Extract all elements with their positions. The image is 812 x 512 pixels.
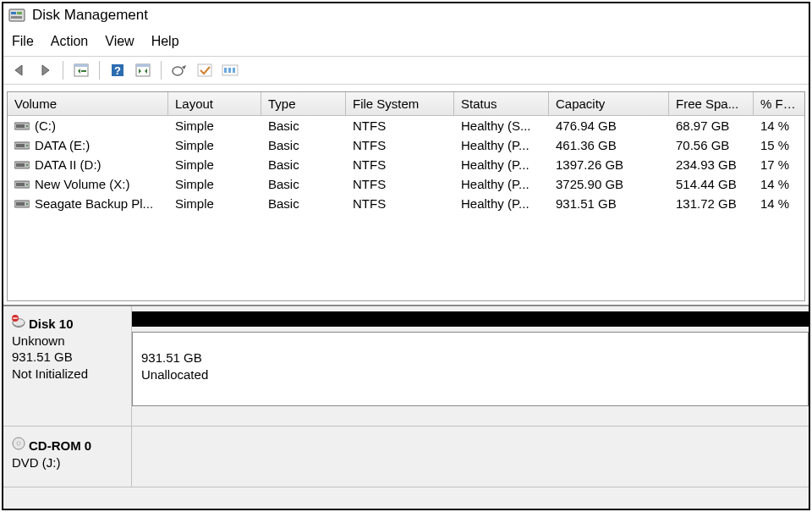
disk-not-initialized: Not Initialized <box>12 366 124 383</box>
disk-status-unknown: Unknown <box>12 333 124 350</box>
forward-button[interactable] <box>34 60 56 80</box>
cdrom-title-text: CD-ROM 0 <box>29 438 91 454</box>
settings-button[interactable] <box>219 60 241 80</box>
unallocated-region[interactable]: 931.51 GB Unallocated <box>132 332 809 406</box>
volume-capacity: 476.94 GB <box>549 116 669 135</box>
cdrom-icon <box>12 437 25 454</box>
volume-icon <box>14 121 30 131</box>
volume-capacity: 931.51 GB <box>549 194 669 213</box>
disk-info-disk10: Disk 10 Unknown 931.51 GB Not Initialize… <box>3 306 132 426</box>
svg-rect-6 <box>81 70 86 72</box>
volume-status: Healthy (P... <box>454 194 549 213</box>
help-button[interactable]: ? <box>107 60 129 80</box>
volume-list-body: (C:)SimpleBasicNTFSHealthy (S...476.94 G… <box>8 116 804 213</box>
volume-name: DATA II (D:) <box>35 157 102 172</box>
svg-point-28 <box>26 184 28 185</box>
svg-rect-15 <box>228 68 231 73</box>
svg-point-37 <box>17 442 20 445</box>
volume-fs: NTFS <box>346 135 454 155</box>
svg-rect-24 <box>16 163 25 167</box>
volume-free: 70.56 GB <box>669 135 754 155</box>
disk-region-container: 931.51 GB Unallocated <box>132 306 809 426</box>
volume-icon <box>14 140 30 151</box>
volume-capacity: 1397.26 GB <box>549 155 669 174</box>
region-label: Unallocated <box>141 366 799 383</box>
svg-point-11 <box>173 67 183 75</box>
show-hide-console-tree-button[interactable] <box>70 60 92 80</box>
volume-fs: NTFS <box>346 116 454 135</box>
volume-pct: 17 % <box>754 155 804 174</box>
column-header-volume[interactable]: Volume <box>8 92 168 115</box>
volume-type: Basic <box>261 135 346 155</box>
back-button[interactable] <box>8 60 30 80</box>
menu-view[interactable]: View <box>105 34 134 49</box>
volume-layout: Simple <box>168 194 261 213</box>
svg-rect-12 <box>198 64 211 76</box>
volume-name: Seagate Backup Pl... <box>35 196 153 211</box>
volume-layout: Simple <box>168 135 261 155</box>
column-header-type[interactable]: Type <box>261 92 346 115</box>
svg-rect-18 <box>16 124 25 128</box>
svg-rect-21 <box>16 144 25 147</box>
volume-type: Basic <box>261 194 346 213</box>
cdrom-drive-letter: DVD (J:) <box>12 454 124 471</box>
svg-rect-3 <box>11 16 22 19</box>
svg-rect-14 <box>224 68 227 73</box>
column-header-free-space[interactable]: Free Spa... <box>669 92 754 115</box>
toolbar: ? <box>3 57 809 85</box>
volume-icon <box>14 160 30 170</box>
svg-rect-10 <box>136 64 150 67</box>
table-row[interactable]: New Volume (X:)SimpleBasicNTFSHealthy (P… <box>8 174 804 194</box>
apply-button[interactable] <box>194 60 216 80</box>
volume-icon <box>14 199 30 209</box>
column-header-layout[interactable]: Layout <box>168 92 261 115</box>
disk-row-cdrom0[interactable]: CD-ROM 0 DVD (J:) <box>3 427 809 487</box>
volume-status: Healthy (P... <box>454 174 549 194</box>
volume-pct: 14 % <box>754 174 804 194</box>
svg-rect-0 <box>9 9 25 21</box>
svg-rect-5 <box>74 64 88 67</box>
title-bar: Disk Management <box>3 3 809 29</box>
svg-point-31 <box>26 203 28 205</box>
column-header-capacity[interactable]: Capacity <box>549 92 669 115</box>
volume-capacity: 461.36 GB <box>549 135 669 155</box>
svg-rect-2 <box>17 12 22 14</box>
volume-fs: NTFS <box>346 194 454 213</box>
table-row[interactable]: Seagate Backup Pl...SimpleBasicNTFSHealt… <box>8 194 804 213</box>
menu-action[interactable]: Action <box>51 34 88 49</box>
volume-type: Basic <box>261 174 346 194</box>
menu-help[interactable]: Help <box>151 34 179 49</box>
table-row[interactable]: DATA II (D:)SimpleBasicNTFSHealthy (P...… <box>8 155 804 174</box>
disk-management-window: Disk Management File Action View Help ? <box>2 2 810 510</box>
menu-bar: File Action View Help <box>3 29 809 57</box>
volume-list-header: Volume Layout Type File System Status Ca… <box>8 92 804 116</box>
menu-file[interactable]: File <box>12 34 34 49</box>
volume-layout: Simple <box>168 155 261 174</box>
svg-point-19 <box>26 125 28 127</box>
disk-row-disk10[interactable]: Disk 10 Unknown 931.51 GB Not Initialize… <box>3 306 809 427</box>
svg-rect-27 <box>16 183 25 186</box>
window-title: Disk Management <box>32 7 148 24</box>
volume-free: 514.44 GB <box>669 174 754 194</box>
table-row[interactable]: (C:)SimpleBasicNTFSHealthy (S...476.94 G… <box>8 116 804 135</box>
rescan-disks-button[interactable] <box>168 60 190 80</box>
volume-status: Healthy (P... <box>454 155 549 174</box>
svg-point-22 <box>26 145 28 146</box>
disk-info-cdrom0: CD-ROM 0 DVD (J:) <box>3 427 132 487</box>
volume-pct: 14 % <box>754 116 804 135</box>
volume-status: Healthy (S... <box>454 116 549 135</box>
volume-pct: 15 % <box>754 135 804 155</box>
svg-point-25 <box>26 164 28 166</box>
region-size: 931.51 GB <box>141 350 799 366</box>
table-row[interactable]: DATA (E:)SimpleBasicNTFSHealthy (P...461… <box>8 135 804 155</box>
refresh-button[interactable] <box>132 60 154 80</box>
cdrom-region-container <box>132 427 809 487</box>
column-header-filesystem[interactable]: File System <box>346 92 454 115</box>
volume-fs: NTFS <box>346 174 454 194</box>
volume-layout: Simple <box>168 116 261 135</box>
svg-rect-16 <box>233 68 235 73</box>
column-header-status[interactable]: Status <box>454 92 549 115</box>
volume-layout: Simple <box>168 174 261 194</box>
column-header-percent-free[interactable]: % Free <box>754 92 804 115</box>
volume-status: Healthy (P... <box>454 135 549 155</box>
